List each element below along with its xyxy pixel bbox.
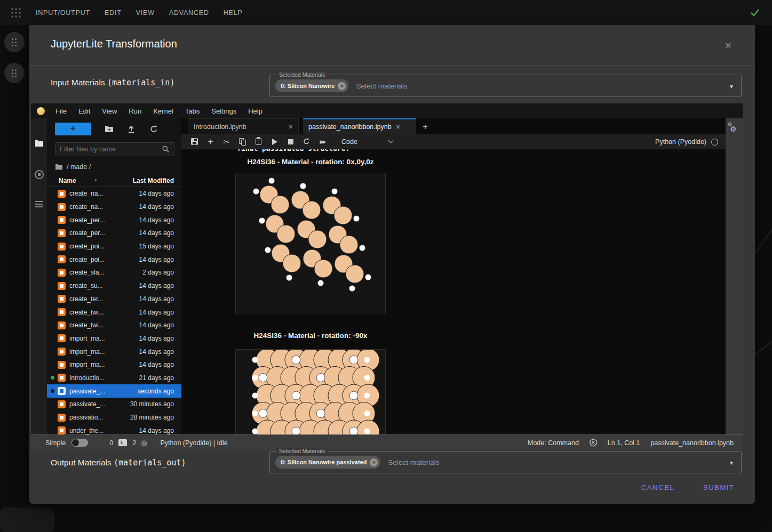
mode-indicator[interactable]: Mode: Command (528, 439, 579, 447)
breadcrumb[interactable]: / made / (55, 163, 91, 171)
file-name: passivatio... (69, 414, 103, 421)
row-dot-placeholder (51, 297, 54, 301)
jupyter-menu-run[interactable]: Run (129, 107, 141, 115)
tab-passivate-nanoribbon[interactable]: passivate_nanoribbon.ipynb × (303, 118, 416, 134)
add-cell-icon[interactable]: + (207, 138, 214, 146)
column-header-name[interactable]: Name (59, 177, 76, 184)
table-of-contents-icon[interactable] (34, 199, 44, 209)
menu-advanced[interactable]: ADVANCED (169, 9, 209, 17)
jupyter-menu-kernel[interactable]: Kernel (153, 107, 173, 115)
jupyter-menu-tabs[interactable]: Tabs (185, 107, 200, 115)
shield-icon[interactable] (590, 439, 597, 447)
new-folder-icon[interactable]: + (104, 124, 114, 134)
column-header-modified[interactable]: Last Modified (133, 177, 174, 184)
paste-icon[interactable] (255, 138, 262, 146)
restart-kernel-icon[interactable] (303, 138, 310, 146)
file-name: import_ma... (69, 335, 105, 342)
file-row[interactable]: under_the...14 days ago (47, 424, 181, 434)
material-chip[interactable]: 0: Silicon Nanowire × (275, 79, 348, 92)
file-row[interactable]: create_na...14 days ago (47, 200, 181, 214)
row-dot-placeholder (51, 205, 54, 209)
dropdown-caret-icon[interactable]: ▼ (729, 84, 734, 90)
file-modified: 15 days ago (105, 243, 181, 250)
tab-close-icon[interactable]: × (289, 123, 293, 131)
file-browser-icon[interactable] (34, 139, 44, 148)
file-row[interactable]: create_sla...2 days ago (47, 266, 181, 279)
chip-delete-icon[interactable]: × (370, 458, 378, 466)
cancel-button[interactable]: CANCEL (634, 479, 682, 496)
file-row[interactable]: create_na...14 days ago (47, 187, 181, 200)
file-row[interactable]: import_ma...14 days ago (47, 358, 181, 372)
menu-edit[interactable]: EDIT (105, 9, 122, 17)
file-row[interactable]: passivate_...seconds ago (47, 384, 181, 398)
settings-gears-icon[interactable]: ⚙ (730, 125, 737, 133)
menu-input-output[interactable]: INPUT/OUTPUT (36, 9, 90, 17)
cut-icon[interactable]: ✂ (223, 138, 230, 146)
file-row[interactable]: create_su...14 days ago (47, 279, 181, 293)
file-row[interactable]: create_per...14 days ago (47, 227, 181, 240)
kernels-count[interactable]: 2 (132, 439, 136, 447)
simple-mode-toggle[interactable] (71, 439, 88, 447)
material-chip[interactable]: 0: Silicon Nanowire passivated × (275, 456, 380, 469)
new-launcher-button[interactable]: + (55, 123, 91, 135)
notebook-content[interactable]: final passivated structure: H24Si36 - Ma… (181, 149, 726, 434)
kernel-name-button[interactable]: Python (Pyodide) (655, 138, 706, 146)
floating-action-button[interactable] (4, 63, 25, 83)
add-tab-icon[interactable]: + (423, 122, 428, 134)
cell-type-select[interactable]: Code (341, 138, 357, 146)
file-row[interactable]: passivate_...30 minutes ago (47, 398, 181, 411)
submit-button[interactable]: SUBMIT (696, 479, 742, 496)
save-icon[interactable] (191, 138, 198, 146)
file-filter-input[interactable] (55, 146, 162, 153)
jupyter-menu-help[interactable]: Help (248, 107, 262, 115)
terminal-icon[interactable]: $_ (118, 439, 127, 446)
kernel-status-text[interactable]: Python (Pyodide) | Idle (160, 439, 227, 447)
file-row[interactable]: import_ma...14 days ago (47, 345, 181, 358)
notebook-file-icon (58, 374, 66, 382)
stop-icon[interactable] (287, 138, 294, 146)
file-row[interactable]: Introductio...21 days ago (47, 372, 181, 385)
run-icon[interactable] (271, 138, 278, 146)
tab-close-icon[interactable]: × (396, 123, 400, 131)
file-row[interactable]: create_per...14 days ago (47, 213, 181, 227)
restart-run-all-icon[interactable]: ▶▶ (319, 138, 326, 146)
output-materials-select[interactable]: Selected Materials 0: Silicon Nanowire p… (269, 451, 742, 473)
cursor-position[interactable]: Ln 1, Col 1 (608, 439, 640, 447)
tab-introduction[interactable]: Introduction.ipynb × (188, 118, 299, 134)
upload-icon[interactable] (126, 124, 136, 134)
kernel-status-icon[interactable] (711, 139, 718, 146)
menu-help[interactable]: HELP (224, 9, 243, 17)
dialog-title: JupyterLite Transformation (51, 38, 177, 50)
floating-action-button[interactable] (4, 32, 25, 52)
jupyter-menu-view[interactable]: View (102, 107, 117, 115)
dropdown-caret-icon[interactable]: ▼ (729, 460, 734, 466)
apps-grid-icon[interactable] (11, 8, 13, 10)
kernel-icon[interactable]: ◎ (141, 439, 147, 447)
menu-view[interactable]: VIEW (136, 9, 155, 17)
row-dot-placeholder (51, 257, 54, 261)
file-row[interactable]: create_ter...14 days ago (47, 293, 181, 306)
file-row[interactable]: create_twi...14 days ago (47, 319, 181, 332)
input-materials-select[interactable]: Selected Materials 0: Silicon Nanowire ×… (269, 75, 742, 97)
file-name: Introductio... (69, 374, 105, 382)
chevron-down-icon[interactable] (388, 138, 393, 143)
file-modified: 14 days ago (103, 282, 181, 289)
file-filter-box (55, 142, 174, 156)
file-row[interactable]: import_ma...14 days ago (47, 332, 181, 345)
chip-delete-icon[interactable]: × (338, 82, 346, 90)
success-check-icon[interactable] (750, 7, 760, 18)
terminals-count[interactable]: 0 (109, 439, 113, 447)
file-row[interactable]: create_poi...15 days ago (47, 240, 181, 253)
file-name: create_per... (69, 216, 105, 224)
jupyter-menu-file[interactable]: File (55, 107, 67, 115)
refresh-icon[interactable] (149, 124, 158, 134)
close-icon[interactable]: × (722, 39, 735, 52)
file-row[interactable]: create_twi...14 days ago (47, 305, 181, 319)
file-row[interactable]: passivatio...28 minutes ago (47, 411, 181, 424)
running-kernels-icon[interactable] (34, 170, 44, 179)
jupyter-menu-edit[interactable]: Edit (78, 107, 90, 115)
jupyter-menu-settings[interactable]: Settings (211, 107, 236, 115)
file-row[interactable]: create_poi...14 days ago (47, 253, 181, 266)
copy-icon[interactable] (239, 138, 246, 146)
selected-materials-legend: Selected Materials (276, 448, 328, 454)
